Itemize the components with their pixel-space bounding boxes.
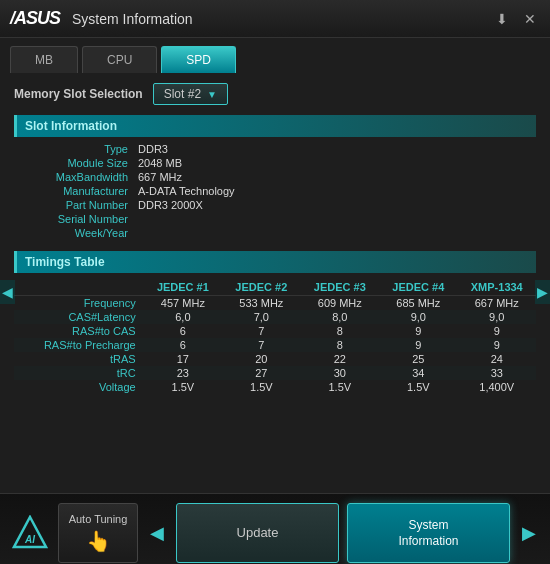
footer-arrow-right[interactable]: ▶ <box>518 522 540 544</box>
timings-cell: 1.5V <box>379 380 457 394</box>
timings-cell: 6,0 <box>144 310 222 324</box>
slot-info-table: Type DDR3 Module Size 2048 MB MaxBandwid… <box>14 143 536 239</box>
timings-cell: 22 <box>301 352 379 366</box>
auto-tuning-button[interactable]: Auto Tuning 👆 <box>58 503 138 563</box>
info-value: 2048 MB <box>138 157 182 169</box>
chevron-down-icon: ▼ <box>207 89 217 100</box>
info-value: A-DATA Technology <box>138 185 235 197</box>
info-row: Type DDR3 <box>18 143 536 155</box>
ai-logo: AI <box>10 513 50 553</box>
timings-row: RAS#to CAS67899 <box>14 324 536 338</box>
timings-cell: 25 <box>379 352 457 366</box>
info-row: MaxBandwidth 667 MHz <box>18 171 536 183</box>
timings-row: tRC2327303433 <box>14 366 536 380</box>
timings-cell: 9 <box>458 324 536 338</box>
close-icon[interactable]: ✕ <box>520 9 540 29</box>
timings-row: tRAS1720222524 <box>14 352 536 366</box>
asus-logo: /ASUS <box>10 8 60 29</box>
info-key: Manufacturer <box>18 185 138 197</box>
timings-cell: 1,400V <box>458 380 536 394</box>
timings-cell: 7 <box>222 324 300 338</box>
timings-cell: 6 <box>144 324 222 338</box>
row-label: RAS#to CAS <box>14 324 144 338</box>
info-key: Module Size <box>18 157 138 169</box>
timings-cell: 8,0 <box>301 310 379 324</box>
timings-col-jedec2: JEDEC #2 <box>222 279 300 296</box>
info-row: Serial Number <box>18 213 536 225</box>
timings-cell: 457 MHz <box>144 296 222 311</box>
timings-cell: 667 MHz <box>458 296 536 311</box>
timings-cell: 1.5V <box>222 380 300 394</box>
slot-selection-label: Memory Slot Selection <box>14 87 143 101</box>
info-key: Part Number <box>18 199 138 211</box>
timings-cell: 9,0 <box>458 310 536 324</box>
timings-cell: 1.5V <box>301 380 379 394</box>
download-icon[interactable]: ⬇ <box>492 9 512 29</box>
timings-col-jedec4: JEDEC #4 <box>379 279 457 296</box>
info-row: Manufacturer A-DATA Technology <box>18 185 536 197</box>
timings-cell: 8 <box>301 324 379 338</box>
timings-cell: 17 <box>144 352 222 366</box>
timings-cell: 533 MHz <box>222 296 300 311</box>
timings-cell: 30 <box>301 366 379 380</box>
timings-cell: 20 <box>222 352 300 366</box>
row-label: tRC <box>14 366 144 380</box>
slot-selection-row: Memory Slot Selection Slot #2 ▼ <box>14 83 536 105</box>
row-label: Frequency <box>14 296 144 311</box>
sysinfo-line1: System <box>408 518 448 532</box>
timings-header-row: JEDEC #1 JEDEC #2 JEDEC #3 JEDEC #4 XMP-… <box>14 279 536 296</box>
timings-col-label <box>14 279 144 296</box>
timings-cell: 24 <box>458 352 536 366</box>
info-key: Serial Number <box>18 213 138 225</box>
hand-icon: 👆 <box>86 529 111 553</box>
info-key: Week/Year <box>18 227 138 239</box>
svg-text:AI: AI <box>24 534 35 545</box>
timings-cell: 9,0 <box>379 310 457 324</box>
main-content: Memory Slot Selection Slot #2 ▼ Slot Inf… <box>0 73 550 493</box>
timings-row: CAS#Latency6,07,08,09,09,0 <box>14 310 536 324</box>
tab-spd[interactable]: SPD <box>161 46 236 73</box>
timings-cell: 34 <box>379 366 457 380</box>
update-button[interactable]: Update <box>176 503 339 563</box>
timings-cell: 23 <box>144 366 222 380</box>
timings-cell: 9 <box>379 324 457 338</box>
system-info-button[interactable]: System Information <box>347 503 510 563</box>
footer: AI Auto Tuning 👆 ◀ Update System Informa… <box>0 493 550 564</box>
row-label: Voltage <box>14 380 144 394</box>
timings-cell: 7,0 <box>222 310 300 324</box>
app-title: System Information <box>72 11 492 27</box>
timings-cell: 6 <box>144 338 222 352</box>
row-label: RAS#to Precharge <box>14 338 144 352</box>
tabs-bar: MB CPU SPD <box>0 38 550 73</box>
timings-row: RAS#to Precharge67899 <box>14 338 536 352</box>
title-bar: /ASUS System Information ⬇ ✕ <box>0 0 550 38</box>
slot-dropdown-value: Slot #2 <box>164 87 201 101</box>
timings-cell: 33 <box>458 366 536 380</box>
tab-mb[interactable]: MB <box>10 46 78 73</box>
row-label: CAS#Latency <box>14 310 144 324</box>
update-label: Update <box>237 525 279 540</box>
timings-cell: 685 MHz <box>379 296 457 311</box>
timings-cell: 7 <box>222 338 300 352</box>
tab-cpu[interactable]: CPU <box>82 46 157 73</box>
timings-col-xmp: XMP-1334 <box>458 279 536 296</box>
slot-dropdown[interactable]: Slot #2 ▼ <box>153 83 228 105</box>
timings-col-jedec1: JEDEC #1 <box>144 279 222 296</box>
timings-col-jedec3: JEDEC #3 <box>301 279 379 296</box>
info-value: DDR3 2000X <box>138 199 203 211</box>
auto-tuning-label: Auto Tuning <box>69 513 128 525</box>
timings-table: JEDEC #1 JEDEC #2 JEDEC #3 JEDEC #4 XMP-… <box>14 279 536 394</box>
info-row: Module Size 2048 MB <box>18 157 536 169</box>
timings-cell: 9 <box>458 338 536 352</box>
timings-cell: 609 MHz <box>301 296 379 311</box>
footer-arrow-left[interactable]: ◀ <box>146 522 168 544</box>
timings-row: Frequency457 MHz533 MHz609 MHz685 MHz667… <box>14 296 536 311</box>
info-key: Type <box>18 143 138 155</box>
info-value: DDR3 <box>138 143 168 155</box>
info-key: MaxBandwidth <box>18 171 138 183</box>
slot-info-header: Slot Information <box>14 115 536 137</box>
nav-arrow-left[interactable]: ◀ <box>0 280 15 304</box>
timings-header: Timings Table <box>14 251 536 273</box>
nav-arrow-right[interactable]: ▶ <box>535 280 550 304</box>
timings-cell: 8 <box>301 338 379 352</box>
